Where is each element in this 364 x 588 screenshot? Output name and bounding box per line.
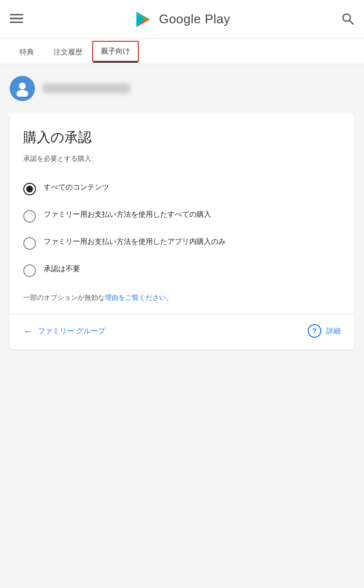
help-label: 詳細 bbox=[326, 327, 341, 336]
radio-label-family-purchases: ファミリー用お支払い方法を使用したすべての購入 bbox=[44, 209, 211, 220]
svg-point-6 bbox=[19, 83, 26, 89]
radio-label-no-approval: 承認は不要 bbox=[44, 263, 80, 275]
info-text: 一部のオプションが無効な理由をご覧ください。 bbox=[23, 294, 341, 302]
radio-all-content[interactable]: すべてのコンテンツ bbox=[23, 175, 341, 202]
google-play-logo: Google Play bbox=[133, 10, 230, 29]
card-title: 購入の承認 bbox=[23, 128, 341, 147]
info-suffix: 。 bbox=[166, 294, 173, 301]
app-title: Google Play bbox=[159, 12, 230, 27]
back-to-family-group[interactable]: ← ファミリー グループ bbox=[23, 326, 105, 337]
purchase-approval-card: 購入の承認 承認を必要とする購入: すべてのコンテンツ ファミリー用お支払い方法… bbox=[10, 113, 354, 349]
tab-bar: 特典 注文履歴 親子向け bbox=[0, 39, 364, 64]
radio-label-all-content: すべてのコンテンツ bbox=[44, 182, 109, 193]
card-subtitle: 承認を必要とする購入: bbox=[23, 155, 341, 163]
radio-circle-all-content bbox=[23, 183, 36, 195]
radio-circle-no-approval bbox=[23, 264, 36, 277]
user-name bbox=[43, 84, 130, 93]
card-divider bbox=[10, 314, 354, 314]
info-prefix: 一部のオプションが無効な bbox=[23, 294, 105, 301]
svg-rect-0 bbox=[10, 14, 23, 15]
info-link[interactable]: 理由をご覧ください bbox=[105, 294, 166, 301]
back-arrow-icon: ← bbox=[23, 326, 33, 337]
svg-rect-1 bbox=[10, 17, 23, 19]
radio-family-purchases[interactable]: ファミリー用お支払い方法を使用したすべての購入 bbox=[23, 202, 341, 229]
svg-rect-2 bbox=[10, 21, 23, 23]
svg-point-7 bbox=[17, 90, 28, 97]
avatar bbox=[10, 76, 35, 101]
card-footer: ← ファミリー グループ ? 詳細 bbox=[23, 324, 341, 338]
radio-in-app-only[interactable]: ファミリー用お支払い方法を使用したアプリ内購入のみ bbox=[23, 229, 341, 257]
help-details[interactable]: ? 詳細 bbox=[308, 324, 341, 338]
family-group-link: ファミリー グループ bbox=[38, 327, 105, 336]
help-icon: ? bbox=[308, 324, 321, 338]
radio-no-approval[interactable]: 承認は不要 bbox=[23, 257, 341, 284]
radio-circle-in-app-only bbox=[23, 237, 36, 250]
radio-label-in-app-only: ファミリー用お支払い方法を使用したアプリ内購入のみ bbox=[44, 236, 226, 247]
search-icon[interactable] bbox=[341, 12, 354, 27]
user-row bbox=[10, 76, 354, 101]
svg-line-5 bbox=[349, 20, 353, 24]
content-area: 購入の承認 承認を必要とする購入: すべてのコンテンツ ファミリー用お支払い方法… bbox=[0, 64, 364, 588]
tab-benefits[interactable]: 特典 bbox=[10, 41, 44, 64]
radio-circle-family-purchases bbox=[23, 210, 36, 223]
tab-family[interactable]: 親子向け bbox=[92, 41, 139, 62]
menu-icon[interactable] bbox=[10, 12, 23, 27]
tab-order-history[interactable]: 注文履歴 bbox=[44, 41, 92, 64]
radio-group: すべてのコンテンツ ファミリー用お支払い方法を使用したすべての購入 ファミリー用… bbox=[23, 175, 341, 284]
header: Google Play bbox=[0, 0, 364, 39]
